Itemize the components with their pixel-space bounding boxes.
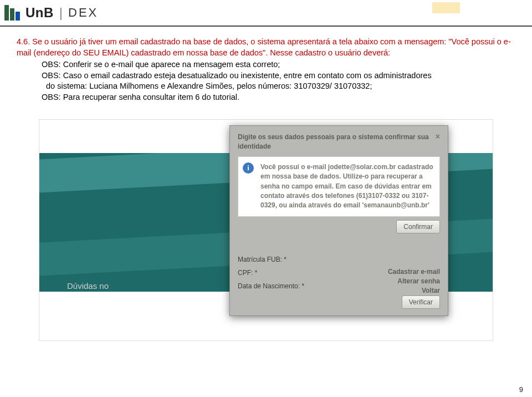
info-message-text: Você possui o e-mail jodette@solar.com.b…: [260, 163, 433, 210]
embedded-screenshot: Dúvidas no Digite os seus dados pessoais…: [39, 119, 493, 341]
obs-line-3: OBS: Para recuperar senha consultar item…: [42, 92, 515, 103]
cadastrar-email-link[interactable]: Cadastrar e-mail: [388, 267, 440, 277]
info-icon: i: [243, 162, 254, 174]
verificar-button[interactable]: Verificar: [402, 296, 440, 309]
unb-logo-text: UnB: [25, 5, 54, 21]
section-heading: 4.6. Se o usuário já tiver um email cada…: [17, 37, 515, 58]
cpf-label: CPF: *: [238, 269, 313, 277]
obs-line-1: OBS: Conferir se o e-mail que aparece na…: [42, 59, 515, 70]
voltar-link[interactable]: Voltar: [388, 286, 440, 296]
confirm-row: Confirmar: [238, 220, 440, 233]
unb-logo-mark: [4, 5, 20, 21]
highlight-mark: [432, 2, 460, 13]
document-body: 4.6. Se o usuário já tiver um email cada…: [0, 27, 532, 341]
identity-dialog: Digite os seus dados pessoais para o sis…: [229, 125, 448, 315]
page-number: 9: [519, 385, 523, 394]
close-icon[interactable]: ×: [436, 133, 440, 140]
side-links: Cadastrar e-mail Alterar senha Voltar: [388, 267, 440, 295]
logo-divider: |: [59, 5, 63, 21]
obs-line-2b: do sistema: Luciana Milhomens e Alexandr…: [46, 81, 515, 92]
matricula-label: Matrícula FUB: *: [238, 256, 313, 263]
obs-list: OBS: Conferir se o e-mail que aparece na…: [42, 59, 515, 103]
dex-logo-text: DEX: [68, 6, 98, 20]
data-nascimento-label: Data de Nascimento: *: [238, 282, 313, 290]
confirmar-button[interactable]: Confirmar: [396, 220, 440, 233]
matricula-row: Matrícula FUB: *: [238, 256, 440, 263]
duvidas-text: Dúvidas no: [67, 281, 109, 291]
alterar-senha-link[interactable]: Alterar senha: [388, 277, 440, 286]
info-message-box: i Você possui o e-mail jodette@solar.com…: [238, 156, 440, 217]
page-header: UnB | DEX: [0, 0, 532, 27]
dialog-title: Digite os seus dados pessoais para o sis…: [238, 133, 436, 150]
verify-row: Verificar: [238, 296, 440, 309]
dialog-header: Digite os seus dados pessoais para o sis…: [238, 133, 440, 150]
obs-line-2: OBS: Caso o email cadastrado esteja desa…: [42, 70, 515, 82]
